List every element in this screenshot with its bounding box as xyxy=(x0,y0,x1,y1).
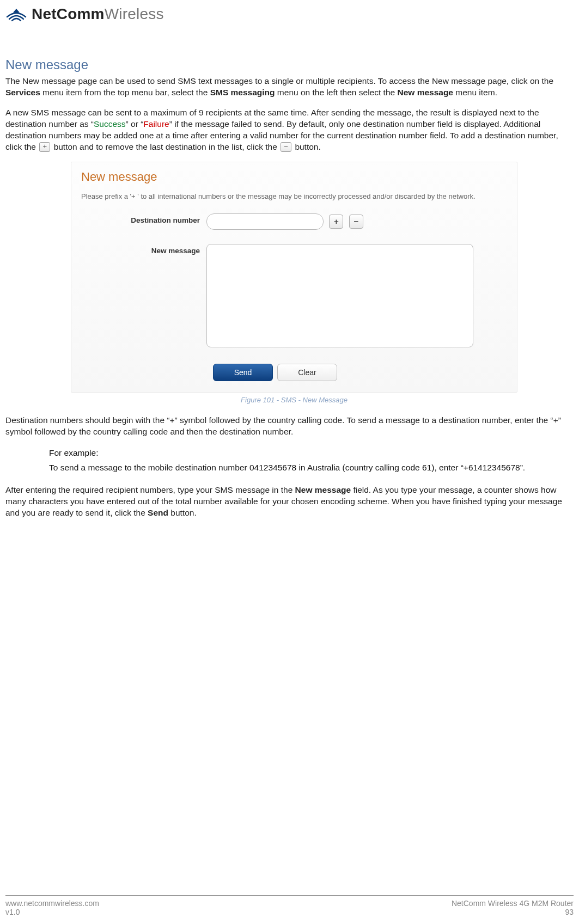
document-page: NetCommWireless New message The New mess… xyxy=(0,0,579,924)
example-body: To send a message to the mobile destinat… xyxy=(49,461,574,474)
message-textarea[interactable] xyxy=(206,244,473,347)
minus-icon: − xyxy=(281,142,291,152)
text: menu item. xyxy=(453,88,497,97)
footer-page: 93 xyxy=(565,908,574,916)
message-row: New message xyxy=(81,244,507,350)
text: menu on the left then select the xyxy=(275,88,398,97)
example-lead: For example: xyxy=(49,446,574,459)
paragraph-4: After entering the required recipient nu… xyxy=(5,485,574,519)
destination-row: Destination number + − xyxy=(81,213,507,230)
status-success: Success xyxy=(94,119,126,128)
wifi-icon xyxy=(5,6,27,22)
brand-light: Wireless xyxy=(105,5,164,22)
section-title: New message xyxy=(5,57,574,72)
footer-url: www.netcommwireless.com xyxy=(5,899,99,908)
footer-left: www.netcommwireless.com v1.0 xyxy=(5,899,99,916)
message-field-group xyxy=(206,244,473,350)
page-footer: www.netcommwireless.com v1.0 NetComm Wir… xyxy=(5,895,574,916)
button-ref-send: Send xyxy=(148,508,168,517)
screenshot-panel: New message Please prefix a '+ ' to all … xyxy=(71,162,517,393)
brand-strong: NetComm xyxy=(32,5,105,22)
destination-field-group: + − xyxy=(206,213,363,230)
footer-version: v1.0 xyxy=(5,908,99,916)
message-label: New message xyxy=(81,244,206,255)
text: The New message page can be used to send… xyxy=(5,76,553,85)
destination-label: Destination number xyxy=(81,213,206,224)
menu-services: Services xyxy=(5,88,40,97)
status-failure: Failure xyxy=(143,119,169,128)
text: button. xyxy=(168,508,197,517)
footer-right: NetComm Wireless 4G M2M Router 93 xyxy=(452,899,574,916)
panel-buttons: Send Clear xyxy=(213,364,507,381)
menu-sms-messaging: SMS messaging xyxy=(210,88,275,97)
brand-logo: NetCommWireless xyxy=(5,5,164,23)
send-button[interactable]: Send xyxy=(213,364,273,381)
paragraph-1: The New message page can be used to send… xyxy=(5,76,574,99)
text: menu item from the top menu bar, select … xyxy=(40,88,210,97)
figure-caption: Figure 101 - SMS - New Message xyxy=(71,396,517,404)
paragraph-2: A new SMS message can be sent to a maxim… xyxy=(5,107,574,153)
field-new-message: New message xyxy=(295,485,351,494)
svg-marker-0 xyxy=(13,9,20,13)
panel-note: Please prefix a '+ ' to all internationa… xyxy=(81,192,507,201)
remove-destination-button[interactable]: − xyxy=(349,215,363,229)
add-destination-button[interactable]: + xyxy=(329,215,343,229)
destination-input[interactable] xyxy=(206,213,324,230)
panel-title: New message xyxy=(81,170,507,184)
figure-new-message: New message Please prefix a '+ ' to all … xyxy=(71,162,517,404)
plus-icon: + xyxy=(39,142,50,152)
text: After entering the required recipient nu… xyxy=(5,485,295,494)
page-header: NetCommWireless xyxy=(5,0,574,27)
brand-text: NetCommWireless xyxy=(32,5,164,23)
text: ” or “ xyxy=(126,119,144,128)
footer-product: NetComm Wireless 4G M2M Router xyxy=(452,899,574,908)
clear-button[interactable]: Clear xyxy=(277,364,337,381)
text: button and to remove the last destinatio… xyxy=(54,142,279,151)
text: button. xyxy=(295,142,320,151)
menu-new-message: New message xyxy=(397,88,453,97)
paragraph-3: Destination numbers should begin with th… xyxy=(5,415,574,438)
